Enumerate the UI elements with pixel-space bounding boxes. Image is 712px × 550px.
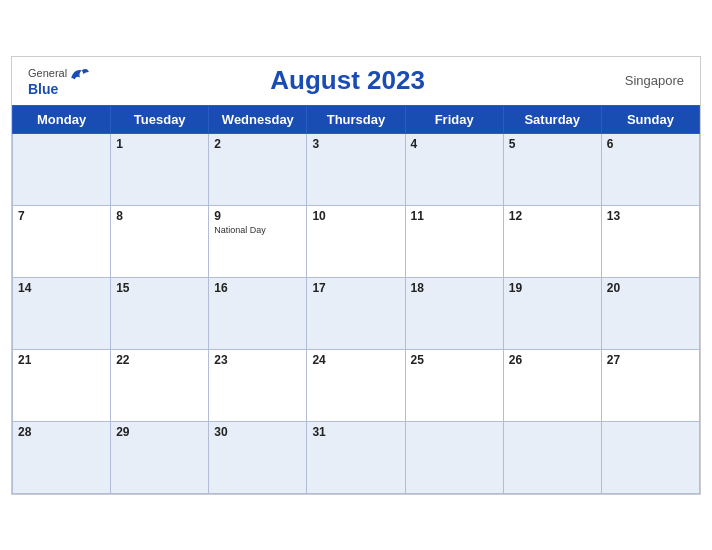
day-number: 20 xyxy=(607,281,694,295)
calendar-cell: 14 xyxy=(13,277,111,349)
calendar-region: Singapore xyxy=(604,73,684,88)
weekday-header-monday: Monday xyxy=(13,105,111,133)
calendar-cell: 20 xyxy=(601,277,699,349)
weekday-header-saturday: Saturday xyxy=(503,105,601,133)
calendar-cell: 24 xyxy=(307,349,405,421)
calendar-cell xyxy=(405,421,503,493)
day-number: 30 xyxy=(214,425,301,439)
day-number: 16 xyxy=(214,281,301,295)
calendar-cell: 2 xyxy=(209,133,307,205)
calendar-cell: 19 xyxy=(503,277,601,349)
calendar-cell: 15 xyxy=(111,277,209,349)
day-number: 9 xyxy=(214,209,301,223)
weekday-header-wednesday: Wednesday xyxy=(209,105,307,133)
logo-blue-text: Blue xyxy=(28,81,58,97)
calendar-week-row: 14151617181920 xyxy=(13,277,700,349)
calendar-cell: 7 xyxy=(13,205,111,277)
day-number: 15 xyxy=(116,281,203,295)
day-number: 4 xyxy=(411,137,498,151)
calendar-cell: 22 xyxy=(111,349,209,421)
calendar-table: MondayTuesdayWednesdayThursdayFridaySatu… xyxy=(12,105,700,494)
day-number: 24 xyxy=(312,353,399,367)
day-event-label: National Day xyxy=(214,225,301,235)
day-number: 3 xyxy=(312,137,399,151)
weekday-header-row: MondayTuesdayWednesdayThursdayFridaySatu… xyxy=(13,105,700,133)
day-number: 27 xyxy=(607,353,694,367)
weekday-header-friday: Friday xyxy=(405,105,503,133)
day-number: 10 xyxy=(312,209,399,223)
weekday-header-sunday: Sunday xyxy=(601,105,699,133)
day-number: 28 xyxy=(18,425,105,439)
calendar-cell: 17 xyxy=(307,277,405,349)
day-number: 1 xyxy=(116,137,203,151)
calendar-cell xyxy=(503,421,601,493)
day-number: 25 xyxy=(411,353,498,367)
calendar-cell: 13 xyxy=(601,205,699,277)
calendar-cell: 21 xyxy=(13,349,111,421)
day-number: 2 xyxy=(214,137,301,151)
day-number: 7 xyxy=(18,209,105,223)
day-number: 14 xyxy=(18,281,105,295)
logo-bird-icon xyxy=(69,65,91,81)
calendar-cell: 25 xyxy=(405,349,503,421)
calendar-container: General Blue August 2023 Singapore Monda… xyxy=(11,56,701,495)
calendar-cell: 31 xyxy=(307,421,405,493)
day-number: 19 xyxy=(509,281,596,295)
calendar-cell: 11 xyxy=(405,205,503,277)
day-number: 31 xyxy=(312,425,399,439)
calendar-week-row: 789National Day10111213 xyxy=(13,205,700,277)
calendar-cell: 26 xyxy=(503,349,601,421)
calendar-cell xyxy=(13,133,111,205)
day-number: 23 xyxy=(214,353,301,367)
calendar-header: General Blue August 2023 Singapore xyxy=(12,57,700,101)
calendar-cell: 18 xyxy=(405,277,503,349)
calendar-cell: 6 xyxy=(601,133,699,205)
calendar-cell: 12 xyxy=(503,205,601,277)
day-number: 17 xyxy=(312,281,399,295)
calendar-cell: 29 xyxy=(111,421,209,493)
calendar-week-row: 123456 xyxy=(13,133,700,205)
logo-general-text: General xyxy=(28,67,67,79)
calendar-title: August 2023 xyxy=(91,65,604,96)
day-number: 21 xyxy=(18,353,105,367)
calendar-cell: 10 xyxy=(307,205,405,277)
weekday-header-thursday: Thursday xyxy=(307,105,405,133)
calendar-cell: 1 xyxy=(111,133,209,205)
day-number: 8 xyxy=(116,209,203,223)
day-number: 5 xyxy=(509,137,596,151)
calendar-cell: 3 xyxy=(307,133,405,205)
calendar-cell: 9National Day xyxy=(209,205,307,277)
calendar-cell: 16 xyxy=(209,277,307,349)
day-number: 11 xyxy=(411,209,498,223)
calendar-week-row: 21222324252627 xyxy=(13,349,700,421)
day-number: 22 xyxy=(116,353,203,367)
day-number: 18 xyxy=(411,281,498,295)
day-number: 13 xyxy=(607,209,694,223)
day-number: 26 xyxy=(509,353,596,367)
day-number: 29 xyxy=(116,425,203,439)
calendar-cell xyxy=(601,421,699,493)
weekday-header-tuesday: Tuesday xyxy=(111,105,209,133)
calendar-cell: 8 xyxy=(111,205,209,277)
day-number: 12 xyxy=(509,209,596,223)
day-number: 6 xyxy=(607,137,694,151)
calendar-week-row: 28293031 xyxy=(13,421,700,493)
calendar-cell: 5 xyxy=(503,133,601,205)
calendar-cell: 23 xyxy=(209,349,307,421)
logo-area: General Blue xyxy=(28,65,91,97)
calendar-cell: 4 xyxy=(405,133,503,205)
calendar-cell: 28 xyxy=(13,421,111,493)
calendar-cell: 30 xyxy=(209,421,307,493)
calendar-cell: 27 xyxy=(601,349,699,421)
